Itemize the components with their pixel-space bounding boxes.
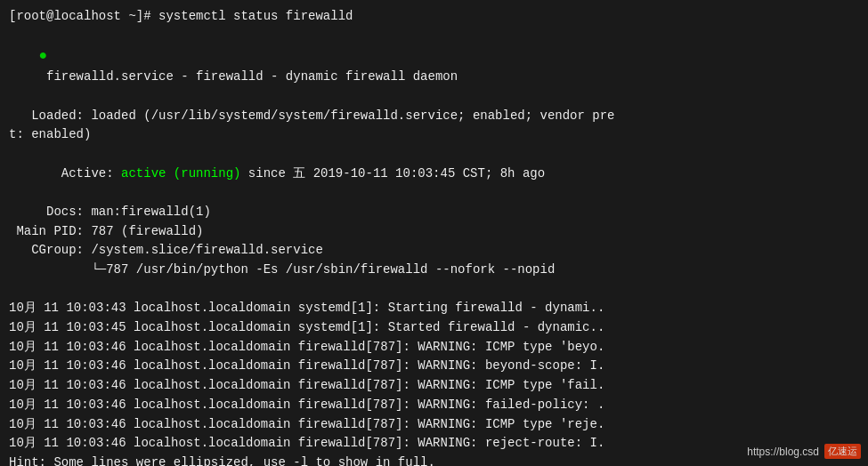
- active-status: active (running): [121, 166, 240, 181]
- loaded-cont: t: enabled): [9, 125, 859, 145]
- blank-line: [9, 280, 859, 300]
- service-description: firewalld.service - firewalld - dynamic …: [39, 69, 458, 84]
- loaded-line: Loaded: loaded (/usr/lib/systemd/system/…: [9, 107, 859, 126]
- active-line: Active: active (running) since 五 2019-10…: [9, 145, 859, 203]
- docs-line: Docs: man:firewalld(1): [9, 203, 859, 222]
- log-line-2: 10月 11 10:03:45 localhost.localdomain sy…: [9, 318, 859, 338]
- status-bullet: ●: [39, 48, 48, 64]
- watermark-csdn-text: https://blog.csd: [747, 446, 819, 458]
- command-line: [root@localhost ~]# systemctl status fir…: [9, 7, 859, 27]
- pid-line: Main PID: 787 (firewalld): [9, 222, 859, 242]
- service-status-line: ● firewalld.service - firewalld - dynami…: [9, 27, 859, 107]
- active-suffix: since 五 2019-10-11 10:03:45 CST; 8h ago: [240, 166, 545, 181]
- log-line-8: 10月 11 10:03:46 localhost.localdomain fi…: [9, 434, 859, 454]
- hint-line: Hint: Some lines were ellipsized, use -l…: [9, 454, 859, 466]
- watermark: https://blog.csd 亿速运: [747, 444, 861, 459]
- terminal-window: [root@localhost ~]# systemctl status fir…: [0, 0, 868, 466]
- active-prefix: Active:: [39, 166, 121, 181]
- watermark-yisu-text: 亿速运: [824, 444, 861, 459]
- log-line-6: 10月 11 10:03:46 localhost.localdomain fi…: [9, 396, 859, 415]
- cgroup-sub-line: └─787 /usr/bin/python -Es /usr/sbin/fire…: [9, 261, 859, 280]
- cgroup-line: CGroup: /system.slice/firewalld.service: [9, 241, 859, 261]
- log-line-5: 10月 11 10:03:46 localhost.localdomain fi…: [9, 376, 859, 396]
- log-line-3: 10月 11 10:03:46 localhost.localdomain fi…: [9, 338, 859, 358]
- log-line-1: 10月 11 10:03:43 localhost.localdomain sy…: [9, 299, 859, 318]
- log-line-4: 10月 11 10:03:46 localhost.localdomain fi…: [9, 357, 859, 376]
- log-line-7: 10月 11 10:03:46 localhost.localdomain fi…: [9, 415, 859, 435]
